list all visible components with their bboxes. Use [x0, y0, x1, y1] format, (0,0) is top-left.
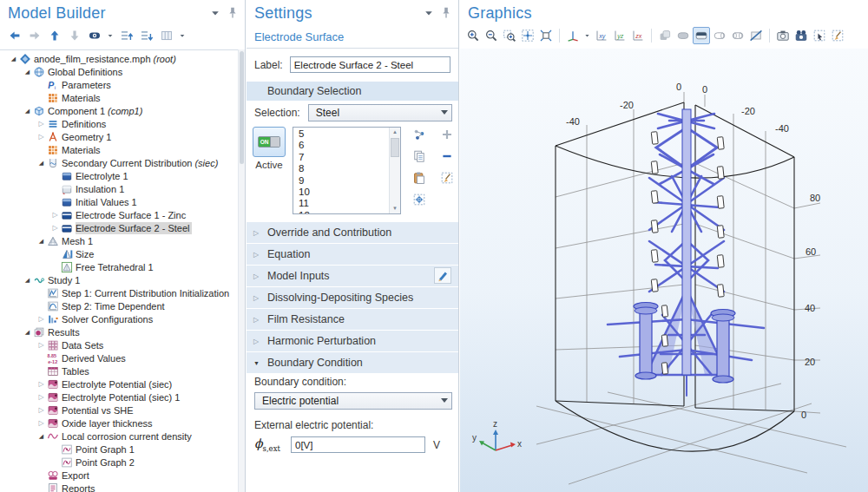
section-header-dissolving-depositing-species[interactable]: ▷Dissolving-Depositing Species: [247, 287, 458, 308]
tree-item-derived-values[interactable]: 8.85e-12Derived Values: [0, 351, 238, 364]
tree-item-materials[interactable]: Materials: [0, 91, 238, 104]
tree-item-local-corrosion-current-density[interactable]: ◢Local corrosion current density: [0, 430, 238, 443]
graphics-viewport[interactable]: 0 -20 -40 0 -20 -40 80 60 40 20 0: [460, 49, 868, 492]
tree-item-secondary-current-distribution[interactable]: ◢Secondary Current Distribution (siec): [0, 156, 238, 169]
boundary-list-item[interactable]: 9: [299, 175, 400, 187]
pin-button[interactable]: [226, 7, 240, 19]
tree-item-component-1[interactable]: ◢Component 1 (comp1): [0, 104, 238, 117]
tree-collapsed-arrow-icon[interactable]: ▷: [36, 380, 46, 388]
paste-selection-button[interactable]: [411, 170, 427, 186]
tree-expanded-arrow-icon[interactable]: ◢: [36, 433, 46, 440]
tree-item-oxide-layer-thickness[interactable]: ▷Oxide layer thickness: [0, 417, 238, 430]
section-header-film-resistance[interactable]: ▷Film Resistance: [247, 309, 458, 330]
tree-item-electrode-surface-1-zinc[interactable]: ▷Electrode Surface 1 - Zinc: [0, 208, 238, 221]
section-header-boundary-condition[interactable]: ▼Boundary Condition: [247, 352, 458, 373]
zoom-to-selection-button[interactable]: [411, 192, 427, 207]
expand-all-button[interactable]: [137, 27, 155, 44]
zoom-extents-button[interactable]: [519, 27, 536, 44]
scroll-down-icon[interactable]: ▼: [390, 204, 400, 213]
tree-item-reports[interactable]: Reports: [0, 482, 238, 492]
go-to-xy-view-button[interactable]: xy: [593, 27, 610, 44]
animation-button[interactable]: [792, 27, 810, 44]
tree-item-free-tetrahedral-1[interactable]: Free Tetrahedral 1: [0, 260, 238, 273]
model-tree-scrollbar[interactable]: [238, 49, 245, 492]
tree-expanded-arrow-icon[interactable]: ◢: [36, 238, 46, 245]
tree-collapsed-arrow-icon[interactable]: ▷: [36, 406, 46, 414]
wireframe-button[interactable]: [729, 27, 746, 44]
boundary-list-item[interactable]: 7: [299, 152, 400, 163]
image-snapshot-button[interactable]: [774, 27, 792, 44]
boundary-list-item[interactable]: 5: [299, 128, 400, 140]
move-down-button[interactable]: [65, 27, 83, 44]
tree-collapsed-arrow-icon[interactable]: ▷: [36, 120, 46, 128]
scrollbar-thumb[interactable]: [240, 51, 244, 164]
move-up-button[interactable]: [45, 27, 63, 44]
external-potential-input[interactable]: [291, 436, 425, 453]
tree-item-initial-values-1[interactable]: Initial Values 1: [0, 195, 238, 208]
remove-from-selection-button[interactable]: [439, 148, 455, 164]
deselect-box-button[interactable]: [829, 27, 846, 44]
scene-light-button[interactable]: [693, 27, 710, 44]
boundary-list-item[interactable]: 8: [299, 163, 400, 174]
pin-button[interactable]: [439, 7, 453, 19]
tree-item-global-definitions[interactable]: ◢Global Definitions: [0, 65, 238, 78]
tree-expanded-arrow-icon[interactable]: ◢: [23, 108, 32, 115]
create-selection-button[interactable]: [411, 127, 427, 142]
scrollbar-thumb[interactable]: [391, 138, 399, 157]
section-header-override-and-contribution[interactable]: ▷Override and Contribution: [247, 222, 458, 243]
tree-item-anode-film-resistance-mph[interactable]: ◢anode_film_resistance.mph (root): [0, 52, 238, 65]
tree-item-geometry-1[interactable]: ▷Geometry 1: [0, 130, 238, 143]
tree-item-electrolyte-1[interactable]: Electrolyte 1: [0, 169, 238, 182]
tree-collapsed-arrow-icon[interactable]: ▷: [50, 224, 60, 232]
collapse-all-button[interactable]: [117, 27, 135, 44]
panel-menu-button[interactable]: [422, 7, 436, 19]
boundary-list-item[interactable]: 11: [299, 198, 400, 209]
add-to-selection-button[interactable]: [439, 127, 455, 142]
tree-collapsed-arrow-icon[interactable]: ▷: [36, 315, 46, 323]
click-and-hide-button[interactable]: [656, 27, 674, 44]
disable-clipping-button[interactable]: [747, 27, 765, 44]
boundary-list-item[interactable]: 10: [299, 187, 400, 198]
tree-item-study-1[interactable]: ◢Study 1: [0, 273, 238, 286]
transparency-button[interactable]: [711, 27, 728, 44]
tree-item-data-sets[interactable]: ▷Data Sets: [0, 338, 238, 351]
tree-item-definitions[interactable]: ▷Definitions: [0, 117, 238, 130]
tree-item-solver-configurations[interactable]: ▷Solver Configurations: [0, 312, 238, 325]
model-inputs-edit-button[interactable]: [434, 267, 451, 284]
boundary-selection-list[interactable]: 56789101112 ▲ ▼: [293, 127, 401, 214]
tree-item-insulation-1[interactable]: Insulation 1: [0, 182, 238, 195]
section-header-equation[interactable]: ▷Equation: [247, 244, 458, 265]
tree-expanded-arrow-icon[interactable]: ◢: [23, 329, 32, 336]
tree-item-mesh-1[interactable]: ◢Mesh 1: [0, 234, 238, 247]
zoom-out-button[interactable]: [483, 27, 500, 44]
hide-objects-button[interactable]: [674, 27, 692, 44]
tree-expanded-arrow-icon[interactable]: ◢: [9, 56, 18, 62]
copy-selection-button[interactable]: [411, 148, 427, 164]
go-back-button[interactable]: [5, 27, 23, 44]
tree-expanded-arrow-icon[interactable]: ◢: [36, 160, 46, 167]
node-text-menu-button[interactable]: [177, 27, 187, 44]
tree-item-potential-vs-she[interactable]: ▷Potential vs SHE: [0, 403, 238, 417]
active-toggle-button[interactable]: ON: [253, 127, 286, 157]
zoom-in-button[interactable]: [464, 27, 482, 44]
tree-item-materials[interactable]: Materials: [0, 143, 238, 156]
go-to-yz-view-button[interactable]: yz: [611, 27, 628, 44]
selection-dropdown[interactable]: Steel: [308, 104, 452, 121]
tree-item-results[interactable]: ◢Results: [0, 325, 238, 338]
scroll-up-icon[interactable]: ▲: [390, 128, 400, 137]
zoom-to-selection-button[interactable]: [537, 27, 555, 44]
tree-item-point-graph-2[interactable]: Point Graph 2: [0, 456, 238, 469]
tree-item-point-graph-1[interactable]: Point Graph 1: [0, 443, 238, 456]
boundary-condition-dropdown[interactable]: Electric potential: [254, 392, 452, 410]
tree-item-electrode-surface-2-steel[interactable]: ▷Electrode Surface 2 - Steel: [0, 221, 238, 234]
tree-collapsed-arrow-icon[interactable]: ▷: [36, 341, 46, 349]
label-input[interactable]: [290, 56, 450, 73]
tree-item-step-2-time-dependent[interactable]: Step 2: Time Dependent: [0, 299, 238, 312]
panel-menu-button[interactable]: [208, 7, 222, 19]
show-button[interactable]: [85, 27, 103, 44]
tree-collapsed-arrow-icon[interactable]: ▷: [36, 133, 46, 141]
node-text-button[interactable]: [157, 27, 175, 44]
section-header-harmonic-perturbation[interactable]: ▷Harmonic Perturbation: [247, 331, 458, 351]
tree-item-electrolyte-potential-siec[interactable]: ▷Electrolyte Potential (siec): [0, 377, 238, 390]
go-to-default-view-button[interactable]: [564, 27, 582, 44]
